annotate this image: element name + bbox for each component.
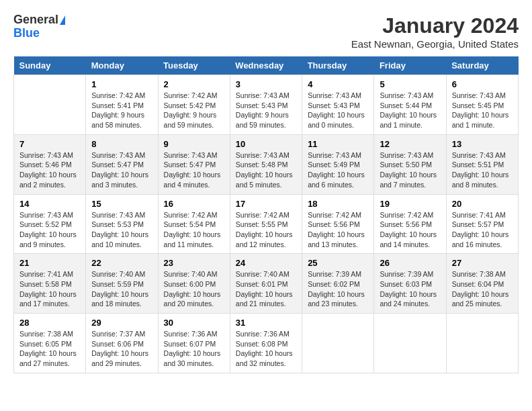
calendar-cell: 9Sunrise: 7:43 AMSunset: 5:47 PMDaylight… bbox=[158, 134, 230, 194]
day-info: Sunrise: 7:43 AMSunset: 5:43 PMDaylight:… bbox=[236, 91, 296, 130]
calendar-cell: 17Sunrise: 7:42 AMSunset: 5:55 PMDayligh… bbox=[230, 194, 302, 254]
calendar-cell: 16Sunrise: 7:42 AMSunset: 5:54 PMDayligh… bbox=[158, 194, 230, 254]
week-row-4: 21Sunrise: 7:41 AMSunset: 5:58 PMDayligh… bbox=[14, 254, 519, 314]
day-number: 15 bbox=[91, 199, 152, 209]
calendar-cell bbox=[302, 314, 374, 373]
day-info: Sunrise: 7:41 AMSunset: 5:57 PMDaylight:… bbox=[452, 210, 513, 250]
day-info: Sunrise: 7:41 AMSunset: 5:58 PMDaylight:… bbox=[19, 269, 80, 309]
calendar-cell: 1Sunrise: 7:42 AMSunset: 5:41 PMDaylight… bbox=[86, 75, 158, 135]
day-number: 18 bbox=[308, 199, 368, 209]
logo-general-text: General bbox=[13, 13, 65, 27]
day-info: Sunrise: 7:43 AMSunset: 5:49 PMDaylight:… bbox=[308, 150, 368, 190]
week-row-2: 7Sunrise: 7:43 AMSunset: 5:46 PMDaylight… bbox=[14, 134, 519, 194]
day-info: Sunrise: 7:43 AMSunset: 5:51 PMDaylight:… bbox=[452, 150, 513, 190]
day-number: 22 bbox=[91, 258, 152, 268]
day-number: 16 bbox=[164, 199, 224, 209]
day-info: Sunrise: 7:42 AMSunset: 5:56 PMDaylight:… bbox=[380, 210, 440, 250]
day-number: 8 bbox=[91, 139, 152, 149]
calendar-cell: 12Sunrise: 7:43 AMSunset: 5:50 PMDayligh… bbox=[374, 134, 446, 194]
day-number: 31 bbox=[236, 318, 296, 328]
calendar-cell: 7Sunrise: 7:43 AMSunset: 5:46 PMDaylight… bbox=[14, 134, 86, 194]
calendar-cell: 5Sunrise: 7:43 AMSunset: 5:44 PMDaylight… bbox=[374, 75, 446, 135]
day-number: 7 bbox=[19, 139, 80, 149]
header-day-monday: Monday bbox=[86, 56, 158, 75]
day-info: Sunrise: 7:39 AMSunset: 6:02 PMDaylight:… bbox=[308, 269, 368, 309]
day-info: Sunrise: 7:40 AMSunset: 6:00 PMDaylight:… bbox=[164, 269, 224, 309]
day-info: Sunrise: 7:43 AMSunset: 5:52 PMDaylight:… bbox=[19, 210, 80, 250]
day-number: 29 bbox=[91, 318, 152, 328]
header-day-sunday: Sunday bbox=[14, 56, 86, 75]
day-number: 12 bbox=[380, 139, 440, 149]
day-number: 4 bbox=[308, 79, 368, 89]
day-info: Sunrise: 7:42 AMSunset: 5:42 PMDaylight:… bbox=[164, 91, 224, 130]
day-number: 3 bbox=[236, 79, 296, 89]
day-info: Sunrise: 7:36 AMSunset: 6:08 PMDaylight:… bbox=[236, 329, 296, 369]
header-day-saturday: Saturday bbox=[446, 56, 518, 75]
logo-icon bbox=[60, 15, 65, 25]
calendar-cell: 14Sunrise: 7:43 AMSunset: 5:52 PMDayligh… bbox=[14, 194, 86, 254]
calendar-cell: 13Sunrise: 7:43 AMSunset: 5:51 PMDayligh… bbox=[446, 134, 518, 194]
title-block: January 2024 East Newnan, Georgia, Unite… bbox=[351, 13, 519, 50]
day-info: Sunrise: 7:37 AMSunset: 6:06 PMDaylight:… bbox=[91, 329, 152, 369]
day-number: 20 bbox=[452, 199, 513, 209]
calendar-cell bbox=[374, 314, 446, 373]
header-day-thursday: Thursday bbox=[302, 56, 374, 75]
day-number: 1 bbox=[91, 79, 152, 89]
header-day-tuesday: Tuesday bbox=[158, 56, 230, 75]
day-info: Sunrise: 7:38 AMSunset: 6:05 PMDaylight:… bbox=[19, 329, 80, 369]
calendar-cell: 11Sunrise: 7:43 AMSunset: 5:49 PMDayligh… bbox=[302, 134, 374, 194]
calendar-cell: 3Sunrise: 7:43 AMSunset: 5:43 PMDaylight… bbox=[230, 75, 302, 135]
day-number: 27 bbox=[452, 258, 513, 268]
day-info: Sunrise: 7:42 AMSunset: 5:55 PMDaylight:… bbox=[236, 210, 296, 250]
day-info: Sunrise: 7:40 AMSunset: 6:01 PMDaylight:… bbox=[236, 269, 296, 309]
calendar-cell: 18Sunrise: 7:42 AMSunset: 5:56 PMDayligh… bbox=[302, 194, 374, 254]
calendar-cell: 10Sunrise: 7:43 AMSunset: 5:48 PMDayligh… bbox=[230, 134, 302, 194]
calendar-cell: 22Sunrise: 7:40 AMSunset: 5:59 PMDayligh… bbox=[86, 254, 158, 314]
calendar-subtitle: East Newnan, Georgia, United States bbox=[351, 38, 519, 50]
page-header: General Blue January 2024 East Newnan, G… bbox=[13, 13, 519, 50]
day-number: 26 bbox=[380, 258, 440, 268]
calendar-cell: 24Sunrise: 7:40 AMSunset: 6:01 PMDayligh… bbox=[230, 254, 302, 314]
day-number: 19 bbox=[380, 199, 440, 209]
calendar-cell bbox=[446, 314, 518, 373]
header-day-friday: Friday bbox=[374, 56, 446, 75]
day-number: 9 bbox=[164, 139, 224, 149]
calendar-cell: 25Sunrise: 7:39 AMSunset: 6:02 PMDayligh… bbox=[302, 254, 374, 314]
calendar-cell: 15Sunrise: 7:43 AMSunset: 5:53 PMDayligh… bbox=[86, 194, 158, 254]
day-number: 2 bbox=[164, 79, 224, 89]
day-number: 30 bbox=[164, 318, 224, 328]
calendar-cell: 20Sunrise: 7:41 AMSunset: 5:57 PMDayligh… bbox=[446, 194, 518, 254]
header-row: SundayMondayTuesdayWednesdayThursdayFrid… bbox=[14, 56, 519, 75]
day-number: 11 bbox=[308, 139, 368, 149]
day-number: 10 bbox=[236, 139, 296, 149]
calendar-title: January 2024 bbox=[351, 13, 519, 38]
calendar-cell: 6Sunrise: 7:43 AMSunset: 5:45 PMDaylight… bbox=[446, 75, 518, 135]
week-row-5: 28Sunrise: 7:38 AMSunset: 6:05 PMDayligh… bbox=[14, 314, 519, 373]
day-number: 13 bbox=[452, 139, 513, 149]
day-info: Sunrise: 7:38 AMSunset: 6:04 PMDaylight:… bbox=[452, 269, 513, 309]
day-info: Sunrise: 7:40 AMSunset: 5:59 PMDaylight:… bbox=[91, 269, 152, 309]
day-number: 5 bbox=[380, 79, 440, 89]
calendar-cell: 30Sunrise: 7:36 AMSunset: 6:07 PMDayligh… bbox=[158, 314, 230, 373]
day-info: Sunrise: 7:43 AMSunset: 5:48 PMDaylight:… bbox=[236, 150, 296, 190]
day-info: Sunrise: 7:43 AMSunset: 5:53 PMDaylight:… bbox=[91, 210, 152, 250]
week-row-1: 1Sunrise: 7:42 AMSunset: 5:41 PMDaylight… bbox=[14, 75, 519, 135]
day-info: Sunrise: 7:42 AMSunset: 5:56 PMDaylight:… bbox=[308, 210, 368, 250]
week-row-3: 14Sunrise: 7:43 AMSunset: 5:52 PMDayligh… bbox=[14, 194, 519, 254]
logo: General Blue bbox=[13, 13, 65, 40]
logo-blue-text: Blue bbox=[13, 27, 40, 40]
header-day-wednesday: Wednesday bbox=[230, 56, 302, 75]
day-number: 25 bbox=[308, 258, 368, 268]
day-number: 21 bbox=[19, 258, 80, 268]
calendar-cell: 29Sunrise: 7:37 AMSunset: 6:06 PMDayligh… bbox=[86, 314, 158, 373]
calendar-cell: 31Sunrise: 7:36 AMSunset: 6:08 PMDayligh… bbox=[230, 314, 302, 373]
calendar-cell: 21Sunrise: 7:41 AMSunset: 5:58 PMDayligh… bbox=[14, 254, 86, 314]
day-number: 28 bbox=[19, 318, 80, 328]
calendar-cell: 26Sunrise: 7:39 AMSunset: 6:03 PMDayligh… bbox=[374, 254, 446, 314]
day-number: 14 bbox=[19, 199, 80, 209]
day-info: Sunrise: 7:42 AMSunset: 5:41 PMDaylight:… bbox=[91, 91, 152, 130]
calendar-cell bbox=[14, 75, 86, 135]
day-info: Sunrise: 7:43 AMSunset: 5:44 PMDaylight:… bbox=[380, 91, 440, 130]
calendar-table: SundayMondayTuesdayWednesdayThursdayFrid… bbox=[13, 56, 519, 373]
day-info: Sunrise: 7:43 AMSunset: 5:45 PMDaylight:… bbox=[452, 91, 513, 130]
